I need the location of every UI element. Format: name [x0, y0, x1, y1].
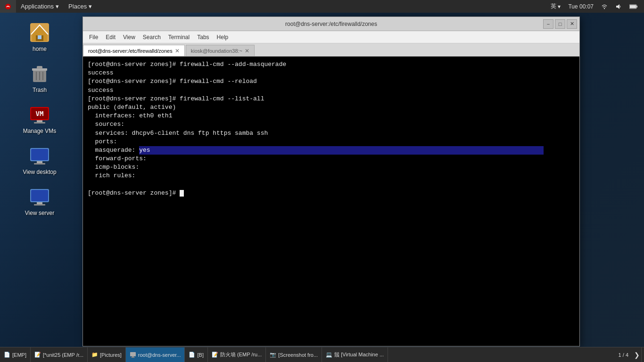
- clock: Tue 00:07: [566, 3, 596, 10]
- taskbar-right: 1 / 4 ❯: [615, 347, 644, 362]
- svg-rect-23: [34, 163, 45, 165]
- tab-2[interactable]: kiosk@foundation38:~ ✕: [186, 45, 255, 56]
- taskbar-label-firewall: 防火墙 (EMP /ru...: [220, 351, 262, 358]
- tab-2-label: kiosk@foundation38:~: [191, 48, 242, 54]
- taskbar-label-emp: [EMP]: [12, 352, 26, 358]
- svg-text:VM: VM: [36, 110, 44, 117]
- taskbar-icon-emp: 📄: [4, 352, 10, 358]
- tab-1[interactable]: root@dns-server:/etc/firewalld/zones ✕: [83, 45, 185, 56]
- applications-menu[interactable]: Applications ▾: [16, 0, 64, 13]
- svg-rect-21: [31, 149, 48, 160]
- terminal-titlebar: root@dns-server:/etc/firewalld/zones − □…: [83, 17, 579, 31]
- view-desktop-label: View desktop: [23, 169, 56, 175]
- menu-view[interactable]: View: [119, 33, 139, 41]
- view-server-label: View server: [25, 210, 54, 216]
- desktop-icon-view-server[interactable]: View server: [9, 181, 70, 220]
- topbar-right: 英 ▾ Tue 00:07: [548, 2, 644, 10]
- taskbar-icon-root_dns: [130, 352, 136, 358]
- server-icon: [28, 185, 51, 208]
- svg-rect-27: [34, 204, 45, 206]
- terminal-content[interactable]: [root@dns-server zones]# firewall-cmd --…: [83, 57, 579, 346]
- page-indicator: 1 / 4: [615, 352, 632, 358]
- svg-rect-4: [630, 5, 636, 8]
- desktop-icon-view-desktop[interactable]: View desktop: [9, 140, 70, 179]
- menu-search[interactable]: Search: [139, 33, 165, 41]
- taskbar: 📄[EMP]📝[*unit25 (EMP /r...📁[Pictures]roo…: [0, 347, 644, 362]
- taskbar-label-screenshot: [Screenshot fro...: [278, 352, 318, 358]
- desktop-icon-trash[interactable]: Trash: [9, 58, 70, 97]
- taskbar-scroll[interactable]: ❯: [632, 347, 642, 362]
- svg-rect-18: [37, 120, 42, 122]
- svg-rect-2: [616, 6, 618, 8]
- taskbar-icon-pictures: 📁: [91, 352, 98, 358]
- taskbar-item-unit25[interactable]: 📝[*unit25 (EMP /r...: [31, 347, 88, 362]
- taskbar-label-root_dns: root@dns-server...: [138, 352, 181, 358]
- taskbar-label-unit25: [*unit25 (EMP /r...: [43, 352, 83, 358]
- volume-icon[interactable]: [613, 3, 624, 10]
- taskbar-icon-unit25: 📝: [34, 352, 41, 358]
- svg-rect-22: [37, 161, 42, 163]
- menu-file[interactable]: File: [85, 33, 102, 41]
- taskbar-item-screenshot[interactable]: 📷[Screenshot fro...: [266, 347, 322, 362]
- menu-edit[interactable]: Edit: [102, 33, 119, 41]
- home-icon: [28, 21, 51, 44]
- svg-point-1: [604, 8, 605, 8]
- taskbar-icon-b: 📄: [189, 352, 195, 358]
- close-button[interactable]: ✕: [567, 19, 577, 29]
- tab-2-close[interactable]: ✕: [245, 48, 249, 54]
- taskbar-item-root_dns[interactable]: root@dns-server...: [126, 347, 185, 362]
- svg-rect-28: [130, 352, 136, 356]
- taskbar-item-firewall[interactable]: 📝防火墙 (EMP /ru...: [208, 347, 266, 362]
- maximize-button[interactable]: □: [555, 19, 565, 29]
- trash-label: Trash: [33, 87, 47, 93]
- places-menu[interactable]: Places ▾: [64, 0, 97, 13]
- minimize-button[interactable]: −: [543, 19, 553, 29]
- view-desktop-icon: [28, 144, 51, 167]
- taskbar-item-virtual[interactable]: 💻鬚 [Virtual Machine ...: [322, 347, 388, 362]
- topbar: Applications ▾ Places ▾ 英 ▾ Tue 00:07: [0, 0, 644, 13]
- taskbar-items: 📄[EMP]📝[*unit25 (EMP /r...📁[Pictures]roo…: [0, 347, 615, 362]
- taskbar-icon-firewall: 📝: [212, 352, 218, 358]
- svg-rect-8: [38, 35, 41, 39]
- wifi-icon[interactable]: [599, 3, 610, 10]
- taskbar-icon-screenshot: 📷: [270, 352, 276, 358]
- redhat-logo[interactable]: [0, 0, 16, 13]
- svg-rect-30: [131, 357, 135, 358]
- manage-vms-label: Manage VMs: [23, 128, 57, 134]
- vm-icon: VM: [28, 103, 51, 126]
- tab-1-close[interactable]: ✕: [175, 48, 180, 54]
- svg-point-0: [5, 4, 11, 9]
- home-label: home: [33, 46, 47, 52]
- taskbar-item-b[interactable]: 📄[B]: [185, 347, 207, 362]
- taskbar-label-virtual: 鬚 [Virtual Machine ...: [334, 351, 384, 358]
- menu-help[interactable]: Help: [213, 33, 232, 41]
- terminal-title: root@dns-server:/etc/firewalld/zones: [285, 21, 377, 27]
- taskbar-item-emp[interactable]: 📄[EMP]: [0, 347, 31, 362]
- language-indicator[interactable]: 英 ▾: [548, 2, 563, 10]
- chevron-down-icon: ▾: [56, 3, 59, 10]
- terminal-controls: − □ ✕: [543, 19, 577, 29]
- terminal-tabs: root@dns-server:/etc/firewalld/zones ✕ k…: [83, 43, 579, 57]
- battery-icon[interactable]: [627, 4, 640, 9]
- chevron-down-icon: ▾: [89, 3, 92, 10]
- svg-rect-29: [132, 356, 134, 357]
- trash-icon: [28, 62, 51, 85]
- tab-1-label: root@dns-server:/etc/firewalld/zones: [88, 48, 173, 54]
- desktop: Applications ▾ Places ▾ 英 ▾ Tue 00:07: [0, 0, 644, 362]
- terminal-menubar: File Edit View Search Terminal Tabs Help: [83, 31, 579, 43]
- svg-rect-19: [34, 122, 45, 123]
- taskbar-icon-virtual: 💻: [326, 352, 332, 358]
- svg-rect-5: [636, 6, 637, 8]
- svg-rect-25: [31, 190, 48, 201]
- terminal-window: root@dns-server:/etc/firewalld/zones − □…: [83, 16, 580, 346]
- taskbar-label-pictures: [Pictures]: [100, 352, 122, 358]
- menu-terminal[interactable]: Terminal: [165, 33, 193, 41]
- taskbar-label-b: [B]: [197, 352, 203, 358]
- desktop-icon-manage-vms[interactable]: VM Manage VMs: [9, 99, 70, 138]
- menu-tabs[interactable]: Tabs: [193, 33, 213, 41]
- taskbar-item-pictures[interactable]: 📁[Pictures]: [88, 347, 126, 362]
- desktop-icon-home[interactable]: home: [9, 17, 70, 56]
- svg-rect-11: [37, 66, 42, 69]
- sidebar: home Trash VM: [0, 13, 79, 347]
- svg-rect-26: [37, 202, 42, 204]
